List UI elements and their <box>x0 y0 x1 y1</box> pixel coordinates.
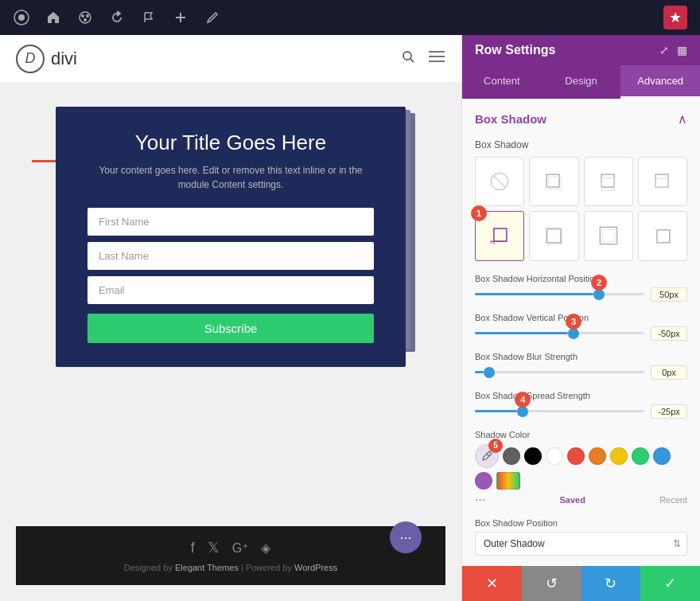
facebook-icon[interactable]: f <box>191 540 195 556</box>
email-field[interactable]: Email <box>88 276 374 304</box>
panel-title: Row Settings <box>475 43 555 57</box>
color-swatch-purple[interactable] <box>475 472 492 490</box>
top-toolbar: ★ <box>0 0 700 35</box>
svg-point-5 <box>84 19 86 21</box>
color-swatch-red[interactable] <box>567 447 585 465</box>
blur-row: Box Shadow Blur Strength 0px <box>475 352 687 380</box>
add-icon[interactable] <box>172 9 189 26</box>
shadow-options-label: Box Shadow <box>475 139 687 150</box>
recent-label[interactable]: Recent <box>659 495 687 505</box>
spread-track[interactable]: 4 <box>475 410 644 412</box>
flag-icon[interactable] <box>140 9 158 26</box>
divi-star-icon[interactable]: ★ <box>663 6 687 29</box>
shadow-option-bottom-left[interactable]: 1 <box>475 211 524 260</box>
cancel-button[interactable]: ✕ <box>462 566 522 601</box>
panel-layout-icon[interactable]: ▦ <box>677 44 687 57</box>
divi-header-right <box>401 49 445 68</box>
logo-text: divi <box>51 49 77 69</box>
shadow-options-grid: 1 <box>475 157 687 261</box>
panel-header: Row Settings ⤢ ▦ <box>462 35 700 65</box>
pencil-icon[interactable] <box>204 9 221 26</box>
logo-letter: D <box>25 50 36 67</box>
preview-subtitle: Your content goes here. Edit or remove t… <box>88 163 374 192</box>
panel-footer: ✕ ↺ ↻ ✓ <box>462 566 700 601</box>
h-position-label: Box Shadow Horizontal Position <box>475 274 687 283</box>
spread-fill <box>475 410 517 412</box>
svg-rect-21 <box>494 228 507 241</box>
v-position-value[interactable]: -50px <box>651 326 687 341</box>
section-toggle-icon[interactable]: ∧ <box>678 111 687 127</box>
undo-button[interactable]: ↺ <box>522 566 581 601</box>
tab-content[interactable]: Content <box>462 65 542 99</box>
search-icon[interactable] <box>401 49 415 68</box>
first-name-field[interactable]: First Name <box>88 208 374 236</box>
shadow-option-spread[interactable] <box>529 211 578 260</box>
color-swatch-yellow[interactable] <box>610 447 628 465</box>
home-icon[interactable] <box>45 9 62 26</box>
spread-thumb[interactable]: 4 <box>517 406 528 417</box>
subscribe-button[interactable]: Subscribe <box>88 314 374 343</box>
h-position-thumb[interactable]: 2 <box>593 289 605 300</box>
blur-fill <box>475 371 484 373</box>
panel-expand-icon[interactable]: ⤢ <box>659 44 669 57</box>
svg-point-8 <box>403 52 411 60</box>
rss-icon[interactable]: ◈ <box>261 541 270 556</box>
color-more-icon[interactable]: ··· <box>475 493 485 507</box>
color-swatch-gradient[interactable] <box>496 472 520 490</box>
footer-text: Designed by Elegant Themes | Powered by … <box>29 563 433 572</box>
shadow-option-bottom[interactable] <box>584 157 633 206</box>
wordpress-link[interactable]: WordPress <box>294 563 337 572</box>
annotation-badge-1: 1 <box>471 205 487 221</box>
shadow-option-none[interactable] <box>475 157 524 206</box>
blur-track[interactable] <box>475 371 644 373</box>
svg-rect-27 <box>602 229 615 242</box>
shadow-option-center-bottom[interactable] <box>638 157 687 206</box>
divi-header: D divi <box>0 35 461 83</box>
spread-row: Box Shadow Spread Strength 4 -25px <box>475 391 687 419</box>
color-row: Shadow Color 5 <box>475 430 687 507</box>
svg-rect-17 <box>601 174 614 187</box>
blur-label: Box Shadow Blur Strength <box>475 352 687 361</box>
color-swatch-blue[interactable] <box>653 447 671 465</box>
h-position-value[interactable]: 50px <box>651 287 687 302</box>
saved-label[interactable]: Saved <box>560 495 585 505</box>
spread-value[interactable]: -25px <box>651 404 687 419</box>
svg-rect-28 <box>657 230 670 243</box>
googleplus-icon[interactable]: G⁺ <box>232 541 248 556</box>
shadow-position-select[interactable]: Outer Shadow Inner Shadow <box>475 532 687 556</box>
v-position-row: Box Shadow Vertical Position 3 -50px <box>475 313 687 341</box>
palette-icon[interactable] <box>76 9 94 26</box>
main-layout: D divi <box>0 35 700 601</box>
wordpress-icon[interactable] <box>13 9 30 26</box>
color-label: Shadow Color <box>475 430 687 439</box>
color-swatch-orange[interactable] <box>589 447 606 465</box>
svg-point-3 <box>82 15 84 17</box>
svg-rect-19 <box>655 174 668 187</box>
elegant-themes-link[interactable]: Elegant Themes <box>175 563 239 572</box>
h-position-track[interactable]: 2 <box>475 293 644 295</box>
tab-advanced[interactable]: Advanced <box>620 65 700 99</box>
color-swatch-white[interactable] <box>546 447 563 465</box>
panel-tabs: Content Design Advanced <box>462 65 700 99</box>
tab-design[interactable]: Design <box>542 65 621 99</box>
blur-thumb[interactable] <box>484 367 495 378</box>
v-position-thumb[interactable]: 3 <box>568 328 579 339</box>
eyedropper-button[interactable]: 5 <box>475 444 499 468</box>
blur-value[interactable]: 0px <box>651 365 687 380</box>
color-swatch-gray[interactable] <box>503 447 520 465</box>
refresh-icon[interactable] <box>108 9 126 26</box>
twitter-icon[interactable]: 𝕏 <box>208 539 220 556</box>
menu-icon[interactable] <box>428 49 445 68</box>
shadow-option-top-left[interactable] <box>638 211 687 260</box>
v-position-track[interactable]: 3 <box>475 332 644 334</box>
shadow-option-inner[interactable] <box>584 211 633 260</box>
confirm-button[interactable]: ✓ <box>640 566 700 601</box>
color-swatch-black[interactable] <box>524 447 542 465</box>
color-swatches: 5 <box>475 444 687 490</box>
footer-social: f 𝕏 G⁺ ◈ <box>29 539 433 556</box>
last-name-field[interactable]: Last Name <box>88 242 374 270</box>
shadow-option-bottom-right[interactable] <box>529 157 578 206</box>
redo-button[interactable]: ↻ <box>581 566 641 601</box>
floating-options-button[interactable]: ··· <box>390 521 422 553</box>
color-swatch-green[interactable] <box>632 447 649 465</box>
